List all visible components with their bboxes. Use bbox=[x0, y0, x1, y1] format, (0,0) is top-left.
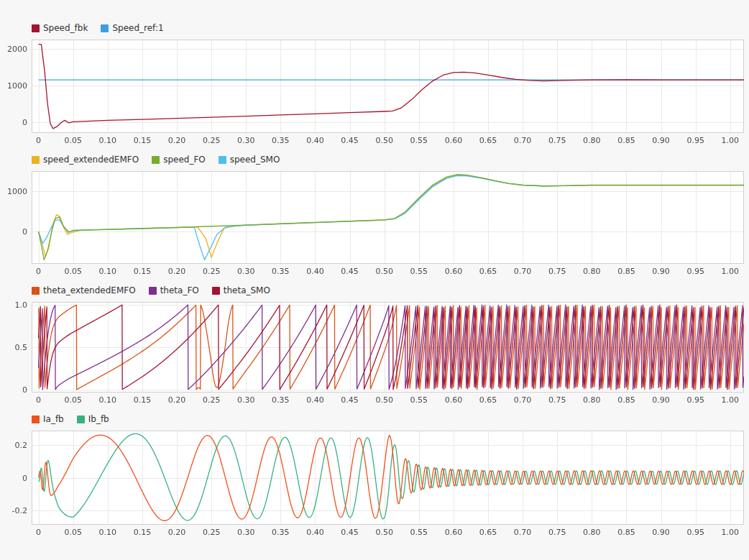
legend-label: Speed_fbk bbox=[43, 23, 88, 33]
estimated-speed-legend: speed_extendedEMFO speed_FO speed_SMO bbox=[32, 153, 749, 166]
legend-label: speed_FO bbox=[163, 155, 206, 165]
legend-label: Speed_ref:1 bbox=[112, 23, 163, 33]
legend-item-speed-fbk[interactable]: Speed_fbk bbox=[32, 23, 88, 33]
legend-label: theta_FO bbox=[160, 285, 199, 295]
legend-label: speed_SMO bbox=[230, 155, 280, 165]
current-legend: Ia_fb Ib_fb bbox=[32, 413, 749, 426]
legend-swatch-icon bbox=[32, 416, 40, 423]
estimated-speed-chart-panel: speed_extendedEMFO speed_FO speed_SMO bbox=[0, 153, 749, 277]
legend-swatch-icon bbox=[32, 287, 40, 295]
legend-item-speed-smo[interactable]: speed_SMO bbox=[219, 155, 280, 165]
legend-item-speed-extendedemfo[interactable]: speed_extendedEMFO bbox=[32, 155, 139, 165]
legend-item-theta-smo[interactable]: theta_SMO bbox=[212, 285, 270, 295]
theta-plot-canvas[interactable] bbox=[0, 299, 749, 405]
legend-swatch-icon bbox=[77, 416, 85, 423]
speed-legend: Speed_fbk Speed_ref:1 bbox=[32, 22, 749, 35]
legend-item-speed-fo[interactable]: speed_FO bbox=[152, 155, 206, 165]
legend-item-theta-extendedemfo[interactable]: theta_extendedEMFO bbox=[32, 285, 136, 295]
legend-item-speed-ref[interactable]: Speed_ref:1 bbox=[101, 23, 163, 33]
legend-label: Ia_fb bbox=[43, 414, 64, 424]
legend-label: Ib_fb bbox=[88, 414, 109, 424]
speed-plot-canvas[interactable] bbox=[0, 37, 749, 146]
legend-swatch-icon bbox=[152, 156, 160, 164]
current-chart-panel: Ia_fb Ib_fb bbox=[0, 413, 749, 538]
legend-label: theta_extendedEMFO bbox=[43, 285, 136, 295]
legend-swatch-icon bbox=[32, 156, 40, 164]
legend-item-theta-fo[interactable]: theta_FO bbox=[149, 285, 199, 295]
legend-label: speed_extendedEMFO bbox=[43, 155, 139, 165]
speed-chart-panel: Speed_fbk Speed_ref:1 bbox=[0, 22, 749, 146]
theta-chart-panel: theta_extendedEMFO theta_FO theta_SMO bbox=[0, 284, 749, 405]
scope-view: Speed_fbk Speed_ref:1 speed_extendedEMFO… bbox=[0, 0, 749, 538]
legend-label: theta_SMO bbox=[224, 285, 270, 295]
legend-item-ib-fb[interactable]: Ib_fb bbox=[77, 414, 109, 424]
legend-swatch-icon bbox=[101, 24, 109, 32]
legend-swatch-icon bbox=[212, 287, 220, 295]
legend-swatch-icon bbox=[32, 24, 40, 32]
current-plot-canvas[interactable] bbox=[0, 428, 749, 538]
estimated-speed-plot-canvas[interactable] bbox=[0, 168, 749, 277]
theta-legend: theta_extendedEMFO theta_FO theta_SMO bbox=[32, 284, 749, 297]
legend-swatch-icon bbox=[219, 156, 226, 164]
legend-swatch-icon bbox=[149, 287, 157, 295]
legend-item-ia-fb[interactable]: Ia_fb bbox=[32, 414, 64, 424]
